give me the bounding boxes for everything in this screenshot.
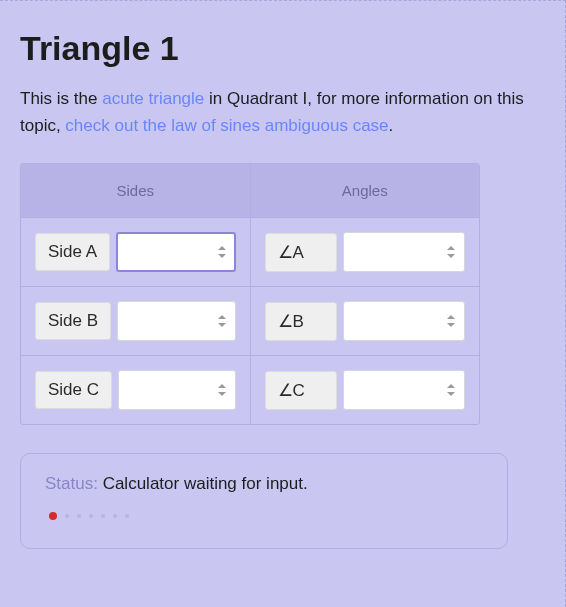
header-angles: Angles — [251, 164, 480, 217]
page-title: Triangle 1 — [20, 29, 545, 68]
triangle-inputs-table: Sides Angles Side A ∠A — [20, 163, 480, 425]
status-label: Status: — [45, 474, 103, 493]
side-c-label: Side C — [35, 371, 112, 409]
angle-c-input-wrapper — [343, 370, 466, 410]
intro-part-1: This is the — [20, 89, 102, 108]
status-card: Status: Calculator waiting for input. — [20, 453, 508, 549]
angle-a-input[interactable] — [343, 232, 466, 272]
intro-text: This is the acute triangle in Quadrant I… — [20, 85, 545, 139]
acute-triangle-link[interactable]: acute triangle — [102, 89, 204, 108]
angle-c-label: ∠C — [265, 371, 337, 410]
angle-a-cell: ∠A — [251, 217, 480, 286]
dot-icon — [125, 514, 129, 518]
side-b-cell: Side B — [21, 286, 251, 355]
triangle-panel: Triangle 1 This is the acute triangle in… — [0, 0, 566, 607]
angle-c-cell: ∠C — [251, 355, 480, 424]
angle-b-input-wrapper — [343, 301, 466, 341]
status-line: Status: Calculator waiting for input. — [45, 474, 483, 494]
angle-a-input-wrapper — [343, 232, 466, 272]
dot-icon — [65, 514, 69, 518]
table-row: Side A ∠A — [21, 217, 479, 286]
status-message: Calculator waiting for input. — [103, 474, 308, 493]
side-b-input-wrapper — [117, 301, 235, 341]
side-c-input[interactable] — [118, 370, 235, 410]
side-c-input-wrapper — [118, 370, 235, 410]
intro-part-3: . — [389, 116, 394, 135]
header-sides: Sides — [21, 164, 251, 217]
angle-b-label: ∠B — [265, 302, 337, 341]
angle-c-input[interactable] — [343, 370, 466, 410]
side-a-input[interactable] — [116, 232, 235, 272]
table-row: Side C ∠C — [21, 355, 479, 424]
angle-b-input[interactable] — [343, 301, 466, 341]
angle-a-label: ∠A — [265, 233, 337, 272]
dot-icon — [101, 514, 105, 518]
law-of-sines-link[interactable]: check out the law of sines ambiguous cas… — [65, 116, 388, 135]
progress-dots — [45, 512, 483, 520]
table-row: Side B ∠B — [21, 286, 479, 355]
dot-icon — [89, 514, 93, 518]
side-b-input[interactable] — [117, 301, 235, 341]
dot-icon — [49, 512, 57, 520]
side-c-cell: Side C — [21, 355, 251, 424]
side-a-cell: Side A — [21, 217, 251, 286]
dot-icon — [113, 514, 117, 518]
angle-b-cell: ∠B — [251, 286, 480, 355]
dot-icon — [77, 514, 81, 518]
table-header: Sides Angles — [21, 164, 479, 217]
side-a-input-wrapper — [116, 232, 235, 272]
side-a-label: Side A — [35, 233, 110, 271]
side-b-label: Side B — [35, 302, 111, 340]
